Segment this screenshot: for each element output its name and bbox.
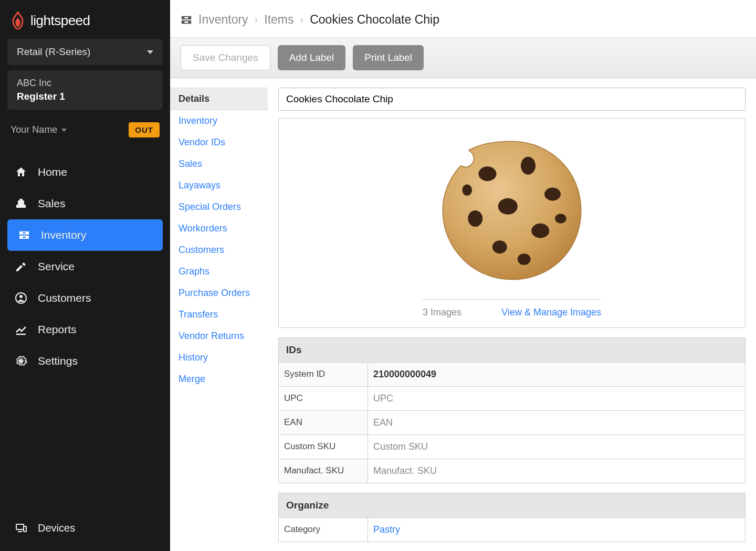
company-box[interactable]: ABC Inc Register 1 bbox=[7, 70, 163, 110]
svg-rect-6 bbox=[23, 237, 26, 238]
ids-section-header: IDs bbox=[278, 337, 746, 363]
user-row: Your Name OUT bbox=[0, 115, 170, 148]
gear-icon bbox=[15, 355, 27, 367]
svg-point-10 bbox=[19, 359, 23, 363]
svg-point-22 bbox=[468, 210, 482, 227]
subnav-workorders[interactable]: Workorders bbox=[178, 218, 268, 239]
svg-point-23 bbox=[531, 224, 549, 238]
register-name: Register 1 bbox=[17, 91, 153, 102]
subnav-inventory[interactable]: Inventory bbox=[178, 110, 268, 132]
subnav-vendor-ids[interactable]: Vendor IDs bbox=[178, 132, 268, 153]
breadcrumb-items[interactable]: Items bbox=[264, 13, 293, 27]
subnav-graphs[interactable]: Graphs bbox=[178, 261, 268, 282]
nav-item-settings[interactable]: Settings bbox=[0, 345, 170, 377]
svg-point-20 bbox=[544, 188, 561, 201]
system-id-label: System ID bbox=[279, 363, 368, 386]
primary-nav: Home Sales Inventory Service bbox=[0, 156, 170, 377]
svg-point-21 bbox=[498, 198, 518, 215]
subnav-customers[interactable]: Customers bbox=[178, 239, 268, 261]
item-subnav: Details Inventory Vendor IDs Sales Layaw… bbox=[170, 78, 268, 551]
chart-icon bbox=[15, 323, 27, 336]
svg-point-24 bbox=[492, 240, 507, 253]
print-label-button[interactable]: Print Label bbox=[353, 45, 424, 70]
svg-point-19 bbox=[521, 157, 536, 175]
breadcrumb-current: Cookies Chocolate Chip bbox=[310, 13, 439, 27]
drawer-icon bbox=[18, 229, 30, 241]
custom-sku-input[interactable] bbox=[368, 435, 745, 459]
nav-item-sales[interactable]: Sales bbox=[0, 188, 170, 219]
breadcrumb-inventory[interactable]: Inventory bbox=[198, 13, 248, 27]
upc-label: UPC bbox=[279, 387, 368, 410]
svg-point-18 bbox=[478, 166, 496, 181]
person-icon bbox=[15, 292, 27, 304]
svg-rect-11 bbox=[16, 524, 24, 529]
svg-point-26 bbox=[555, 214, 566, 224]
upc-input[interactable] bbox=[368, 387, 745, 410]
subnav-special-orders[interactable]: Special Orders bbox=[178, 196, 268, 218]
svg-point-25 bbox=[518, 253, 531, 265]
subnav-merge[interactable]: Merge bbox=[178, 368, 268, 390]
nav-item-devices[interactable]: Devices bbox=[0, 512, 170, 551]
item-image bbox=[430, 129, 593, 292]
manuf-sku-input[interactable] bbox=[368, 459, 745, 483]
series-label: Retail (R-Series) bbox=[17, 46, 90, 58]
svg-rect-2 bbox=[19, 199, 23, 200]
nav-item-home[interactable]: Home bbox=[0, 156, 170, 188]
home-icon bbox=[15, 166, 27, 178]
brand-name: lightspeed bbox=[30, 13, 90, 29]
svg-rect-0 bbox=[16, 205, 26, 208]
subnav-transfers[interactable]: Transfers bbox=[178, 304, 268, 325]
hammer-icon bbox=[15, 260, 27, 273]
ean-input[interactable] bbox=[368, 411, 745, 435]
nav-label: Home bbox=[38, 166, 67, 178]
ean-label: EAN bbox=[279, 411, 368, 435]
save-changes-button: Save Changes bbox=[181, 45, 270, 70]
chevron-down-icon bbox=[147, 50, 153, 54]
category-link[interactable]: Pastry bbox=[368, 518, 745, 542]
item-name-input[interactable] bbox=[278, 88, 746, 111]
device-icon bbox=[15, 522, 27, 534]
subnav-layaways[interactable]: Layaways bbox=[178, 175, 268, 196]
drawer-icon bbox=[181, 15, 192, 25]
item-image-card: 3 Images View & Manage Images bbox=[278, 118, 746, 328]
nav-label: Customers bbox=[38, 292, 91, 304]
devices-label: Devices bbox=[38, 522, 75, 534]
category-label: Category bbox=[279, 518, 368, 542]
nav-label: Service bbox=[38, 260, 75, 273]
nav-item-reports[interactable]: Reports bbox=[0, 314, 170, 345]
svg-rect-16 bbox=[184, 17, 188, 18]
company-name: ABC Inc bbox=[17, 78, 153, 89]
subnav-vendor-returns[interactable]: Vendor Returns bbox=[178, 325, 268, 347]
nav-label: Sales bbox=[38, 197, 66, 210]
detail-pane: 3 Images View & Manage Images IDs System… bbox=[268, 78, 756, 551]
manuf-sku-label: Manufact. SKU bbox=[279, 459, 368, 483]
user-menu[interactable]: Your Name bbox=[10, 124, 67, 135]
nav-item-inventory[interactable]: Inventory bbox=[7, 219, 163, 251]
manage-images-link[interactable]: View & Manage Images bbox=[501, 307, 601, 318]
chevron-down-icon bbox=[61, 129, 67, 132]
series-selector[interactable]: Retail (R-Series) bbox=[7, 39, 163, 65]
subnav-purchase-orders[interactable]: Purchase Orders bbox=[178, 282, 268, 304]
nav-item-customers[interactable]: Customers bbox=[0, 282, 170, 314]
brand-logo: lightspeed bbox=[0, 0, 170, 39]
svg-rect-1 bbox=[18, 200, 24, 205]
sidebar: lightspeed Retail (R-Series) ABC Inc Reg… bbox=[0, 0, 170, 551]
organize-section-header: Organize bbox=[278, 493, 746, 518]
add-label-button[interactable]: Add Label bbox=[278, 45, 346, 70]
nav-item-service[interactable]: Service bbox=[0, 251, 170, 282]
svg-rect-5 bbox=[23, 232, 26, 234]
breadcrumb: Inventory › Items › Cookies Chocolate Ch… bbox=[170, 0, 756, 37]
chevron-right-icon: › bbox=[300, 14, 304, 26]
toolbar: Save Changes Add Label Print Label bbox=[170, 37, 756, 78]
subnav-details[interactable]: Details bbox=[170, 88, 268, 110]
nav-label: Inventory bbox=[41, 229, 86, 241]
svg-rect-17 bbox=[184, 21, 188, 23]
svg-point-8 bbox=[19, 295, 23, 298]
main: Inventory › Items › Cookies Chocolate Ch… bbox=[170, 0, 756, 551]
svg-point-27 bbox=[462, 184, 472, 196]
subnav-history[interactable]: History bbox=[178, 347, 268, 368]
svg-rect-13 bbox=[24, 526, 26, 532]
subnav-sales[interactable]: Sales bbox=[178, 153, 268, 175]
clock-out-badge[interactable]: OUT bbox=[129, 122, 160, 137]
custom-sku-label: Custom SKU bbox=[279, 435, 368, 459]
